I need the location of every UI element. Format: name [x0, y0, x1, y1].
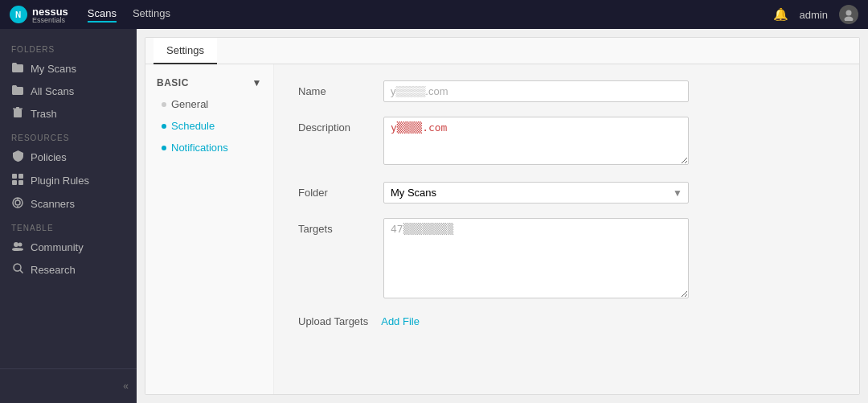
svg-point-15 — [14, 242, 18, 247]
sidebar-item-all-scans[interactable]: All Scans — [0, 80, 137, 102]
tenable-section-label: TENABLE — [0, 216, 137, 236]
policies-icon — [11, 150, 24, 164]
svg-point-19 — [14, 264, 21, 271]
resources-section-label: RESOURCES — [0, 125, 137, 146]
sidebar-item-policies[interactable]: Policies — [0, 146, 137, 169]
description-row: Description y▒▒▒▒.com — [298, 117, 835, 167]
targets-label: Targets — [298, 218, 371, 235]
description-label: Description — [298, 117, 371, 134]
sidebar-item-plugin-rules[interactable]: Plugin Rules — [0, 169, 137, 192]
folder-label: Folder — [298, 182, 371, 199]
chevron-down-icon: ▼ — [252, 77, 262, 88]
sidebar-item-community[interactable]: Community — [0, 236, 137, 258]
settings-sidenav: BASIC ▼ General Schedule Notifications — [145, 64, 274, 394]
folder-select-wrap: My Scans All Scans ▼ — [383, 182, 689, 204]
svg-rect-10 — [18, 180, 23, 185]
notifications-bell-icon[interactable]: 🔔 — [773, 7, 788, 22]
name-row: Name — [298, 80, 835, 102]
schedule-dot — [162, 124, 166, 129]
sidebar-item-scanners[interactable]: Scanners — [0, 192, 137, 216]
targets-row: Targets 47▒▒▒▒▒▒▒▒ — [298, 218, 835, 301]
research-label: Research — [31, 264, 76, 276]
sidebar-item-research[interactable]: Research — [0, 258, 137, 282]
trash-icon — [11, 107, 24, 121]
folder-select[interactable]: My Scans All Scans — [383, 182, 689, 204]
tab-settings[interactable]: Settings — [154, 38, 217, 64]
notifications-dot — [162, 146, 166, 150]
name-label: Name — [298, 80, 371, 97]
scanners-label: Scanners — [31, 198, 75, 210]
sidebar: FOLDERS My Scans All Scans — [0, 29, 137, 403]
description-textarea[interactable]: y▒▒▒▒.com — [383, 117, 689, 165]
nav-settings[interactable]: Settings — [133, 7, 170, 23]
svg-point-2 — [846, 10, 852, 16]
svg-line-20 — [20, 270, 23, 273]
my-scans-label: My Scans — [31, 63, 76, 75]
plugin-rules-label: Plugin Rules — [31, 175, 89, 187]
trash-label: Trash — [31, 108, 57, 120]
svg-point-18 — [17, 248, 23, 251]
svg-text:N: N — [15, 10, 21, 19]
svg-point-16 — [18, 243, 23, 247]
description-input-wrap: y▒▒▒▒.com — [383, 117, 835, 167]
app-logo: N nessus Essentials — [10, 6, 68, 24]
logo-icon: N — [10, 6, 27, 23]
community-label: Community — [31, 241, 84, 253]
settings-body: BASIC ▼ General Schedule Notifications — [145, 64, 859, 394]
folder-icon — [11, 62, 24, 75]
username-label: admin — [800, 9, 828, 21]
all-scans-label: All Scans — [31, 85, 74, 97]
svg-rect-9 — [12, 180, 17, 185]
add-file-button[interactable]: Add File — [381, 315, 420, 327]
collapse-sidebar-button[interactable]: « — [0, 376, 137, 397]
nav-scans[interactable]: Scans — [88, 7, 117, 23]
settings-tabs: Settings — [145, 38, 859, 64]
main-layout: FOLDERS My Scans All Scans — [0, 29, 868, 403]
topnav: N nessus Essentials Scans Settings 🔔 adm… — [0, 0, 868, 29]
svg-rect-6 — [16, 107, 19, 109]
nav-general[interactable]: General — [145, 93, 273, 115]
svg-point-12 — [15, 200, 20, 205]
svg-point-3 — [845, 17, 854, 22]
name-input[interactable] — [383, 80, 689, 102]
upload-targets-row: Upload Targets Add File — [298, 315, 835, 327]
settings-panel: Settings BASIC ▼ General Sched — [145, 37, 860, 395]
logo-text: nessus Essentials — [32, 6, 68, 24]
sidebar-bottom: « — [0, 368, 137, 403]
targets-textarea[interactable]: 47▒▒▒▒▒▒▒▒ — [383, 218, 689, 298]
sidebar-item-trash[interactable]: Trash — [0, 102, 137, 125]
svg-rect-4 — [14, 109, 22, 117]
scanners-icon — [11, 197, 24, 211]
folder-all-icon — [11, 84, 24, 97]
community-icon — [11, 241, 24, 253]
svg-rect-8 — [18, 174, 23, 179]
policies-label: Policies — [31, 151, 67, 163]
targets-textarea-wrap: 47▒▒▒▒▒▒▒▒ — [383, 218, 835, 301]
user-avatar[interactable] — [839, 5, 858, 24]
basic-section-header[interactable]: BASIC ▼ — [145, 72, 273, 93]
content-area: Settings BASIC ▼ General Sched — [137, 29, 868, 403]
sidebar-item-my-scans[interactable]: My Scans — [0, 57, 137, 80]
general-dot — [162, 102, 166, 107]
plugin-rules-icon — [11, 174, 24, 187]
nav-notifications[interactable]: Notifications — [145, 137, 273, 158]
settings-form: Name Description y▒▒▒▒.com — [274, 64, 859, 394]
nav-schedule[interactable]: Schedule — [145, 115, 273, 137]
research-icon — [11, 263, 24, 277]
topnav-right: 🔔 admin — [773, 5, 858, 24]
nav-links: Scans Settings — [88, 7, 170, 23]
folder-row: Folder My Scans All Scans ▼ — [298, 182, 835, 204]
svg-rect-7 — [12, 174, 17, 179]
upload-targets-label: Upload Targets — [298, 315, 368, 327]
name-input-wrap — [383, 80, 835, 102]
folders-section-label: FOLDERS — [0, 37, 137, 57]
